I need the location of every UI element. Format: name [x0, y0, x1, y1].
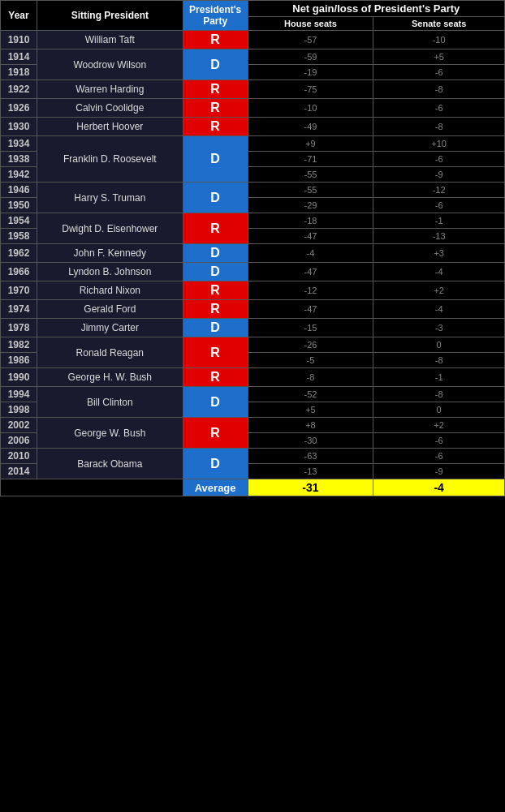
year-cell: 1958 — [1, 229, 37, 244]
president-cell: Harry S. Truman — [37, 183, 183, 213]
table-row: 1994Bill ClintonD-52-8 — [1, 387, 505, 402]
table-row: 1982Ronald ReaganR-260 — [1, 337, 505, 353]
table-row: 1962John F. KennedyD-4+3 — [1, 244, 505, 263]
table-body: 1910William TaftR-57-101914Woodrow Wilso… — [1, 31, 505, 479]
table-row: 1974Gerald FordR-47-4 — [1, 300, 505, 319]
year-cell: 1998 — [1, 402, 37, 418]
net-gain-header: Net gain/loss of President's Party — [248, 1, 504, 17]
house-cell: -47 — [248, 300, 373, 319]
party-cell: R — [183, 337, 248, 368]
table-row: 1922Warren HardingR-75-8 — [1, 80, 505, 99]
senate-cell: +5 — [373, 49, 505, 65]
party-cell: R — [183, 99, 248, 118]
senate-cell: +3 — [373, 244, 505, 263]
year-cell: 1950 — [1, 198, 37, 213]
president-cell: William Taft — [37, 31, 183, 49]
table-row: 2002George W. BushR+8+2 — [1, 418, 505, 433]
year-cell: 1986 — [1, 353, 37, 368]
senate-cell: -12 — [373, 183, 505, 198]
year-cell: 1942 — [1, 167, 37, 183]
house-cell: +8 — [248, 418, 373, 433]
house-cell: -8 — [248, 368, 373, 387]
senate-cell: +10 — [373, 136, 505, 152]
president-cell: Bill Clinton — [37, 387, 183, 418]
president-cell: Woodrow Wilson — [37, 49, 183, 80]
president-cell: Barack Obama — [37, 449, 183, 479]
senate-cell: -4 — [373, 263, 505, 281]
president-cell: Franklin D. Roosevelt — [37, 136, 183, 183]
house-cell: -12 — [248, 281, 373, 300]
senate-cell: 0 — [373, 402, 505, 418]
header-row-1: Year Sitting President President's Party… — [1, 1, 505, 17]
house-cell: -19 — [248, 65, 373, 80]
year-cell: 1934 — [1, 136, 37, 152]
table-row: 1978Jimmy CarterD-15-3 — [1, 319, 505, 337]
table-row: 1926Calvin CoolidgeR-10-6 — [1, 99, 505, 118]
president-cell: George W. Bush — [37, 418, 183, 449]
senate-cell: -8 — [373, 387, 505, 402]
house-cell: -75 — [248, 80, 373, 99]
table-row: 1934Franklin D. RooseveltD+9+10 — [1, 136, 505, 152]
table-row: 1954Dwight D. EisenhowerR-18-1 — [1, 213, 505, 229]
president-cell: Ronald Reagan — [37, 337, 183, 368]
senate-cell: -6 — [373, 198, 505, 213]
avg-senate: -4 — [373, 479, 505, 496]
party-cell: D — [183, 136, 248, 183]
house-cell: -13 — [248, 464, 373, 479]
senate-cell: -9 — [373, 167, 505, 183]
party-cell: R — [183, 300, 248, 319]
house-cell: -47 — [248, 229, 373, 244]
house-cell: -71 — [248, 152, 373, 167]
house-cell: -5 — [248, 353, 373, 368]
year-cell: 1978 — [1, 319, 37, 337]
house-cell: +5 — [248, 402, 373, 418]
year-header: Year — [1, 1, 37, 31]
president-cell: Calvin Coolidge — [37, 99, 183, 118]
senate-cell: -6 — [373, 449, 505, 464]
party-cell: R — [183, 80, 248, 99]
year-cell: 1938 — [1, 152, 37, 167]
party-cell: D — [183, 183, 248, 213]
party-cell: D — [183, 449, 248, 479]
table-row: 1970Richard NixonR-12+2 — [1, 281, 505, 300]
senate-cell: -8 — [373, 80, 505, 99]
party-cell: D — [183, 49, 248, 80]
house-cell: -52 — [248, 387, 373, 402]
president-cell: Richard Nixon — [37, 281, 183, 300]
year-cell: 2002 — [1, 418, 37, 433]
house-cell: -29 — [248, 198, 373, 213]
average-row: Average -31 -4 — [1, 479, 505, 496]
president-cell: Warren Harding — [37, 80, 183, 99]
year-cell: 1994 — [1, 387, 37, 402]
table-row: 1966Lyndon B. JohnsonD-47-4 — [1, 263, 505, 281]
house-cell: -47 — [248, 263, 373, 281]
senate-cell: -6 — [373, 152, 505, 167]
main-container: Year Sitting President President's Party… — [0, 0, 505, 496]
party-cell: R — [183, 118, 248, 136]
president-cell: George H. W. Bush — [37, 368, 183, 387]
year-cell: 1926 — [1, 99, 37, 118]
house-cell: +9 — [248, 136, 373, 152]
house-cell: -18 — [248, 213, 373, 229]
senate-cell: -1 — [373, 368, 505, 387]
senate-cell: -8 — [373, 353, 505, 368]
year-cell: 1974 — [1, 300, 37, 319]
senate-cell: -3 — [373, 319, 505, 337]
year-cell: 2014 — [1, 464, 37, 479]
senate-header: Senate seats — [373, 17, 505, 31]
year-cell: 1946 — [1, 183, 37, 198]
party-header: President's Party — [183, 1, 248, 31]
house-cell: -59 — [248, 49, 373, 65]
table-row: 1990George H. W. BushR-8-1 — [1, 368, 505, 387]
party-cell: R — [183, 281, 248, 300]
president-cell: Lyndon B. Johnson — [37, 263, 183, 281]
house-cell: -57 — [248, 31, 373, 49]
year-cell: 1970 — [1, 281, 37, 300]
president-cell: John F. Kennedy — [37, 244, 183, 263]
house-cell: -63 — [248, 449, 373, 464]
house-cell: -26 — [248, 337, 373, 353]
party-cell: D — [183, 319, 248, 337]
party-cell: R — [183, 418, 248, 449]
year-cell: 2006 — [1, 433, 37, 449]
year-cell: 2010 — [1, 449, 37, 464]
